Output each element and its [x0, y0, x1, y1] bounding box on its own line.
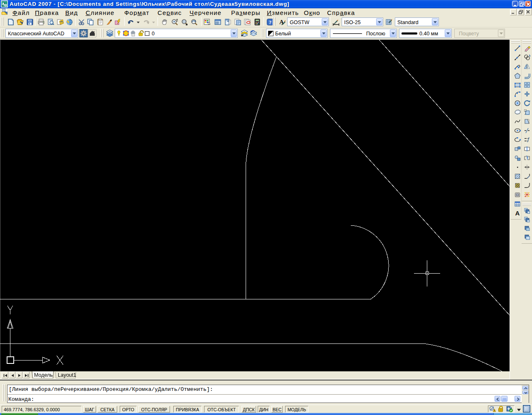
svg-text:?: ? [269, 19, 272, 25]
svg-text:A: A [515, 210, 520, 216]
